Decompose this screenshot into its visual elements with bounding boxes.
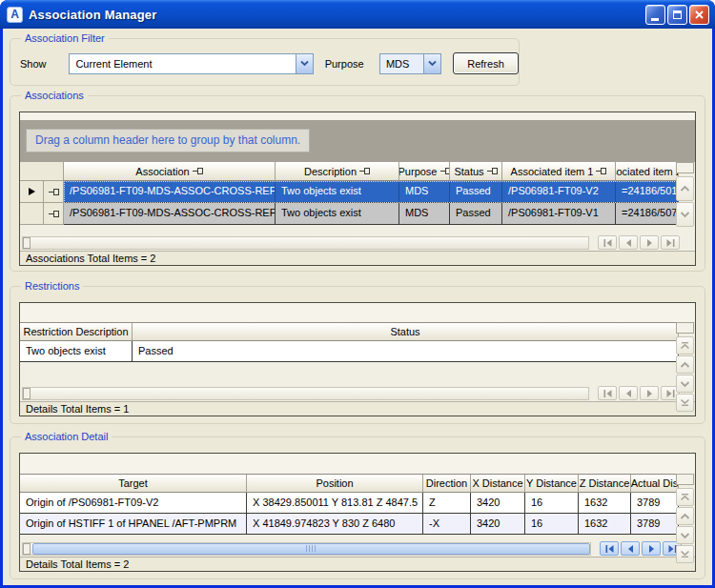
column-header-purpose[interactable]: Purpose: [399, 162, 450, 181]
horizontal-scrollbar[interactable]: [22, 542, 591, 556]
next-record-button[interactable]: [640, 235, 659, 250]
next-record-button[interactable]: [642, 541, 661, 556]
scrollbar-thumb[interactable]: [23, 388, 31, 399]
cell-target[interactable]: Origin of /PS06981-FT09-V2: [20, 493, 247, 514]
pin-icon: [49, 211, 59, 217]
vertical-scrollbar[interactable]: [676, 474, 694, 563]
column-header-description[interactable]: Description: [276, 162, 399, 181]
column-header-association[interactable]: Association: [64, 162, 276, 181]
column-header-position[interactable]: Position: [247, 475, 423, 493]
scrollbar-left-box[interactable]: [23, 543, 31, 555]
maximize-button[interactable]: [667, 5, 687, 25]
chevron-down-icon: [300, 60, 309, 67]
cell-x-distance[interactable]: 3420: [471, 514, 525, 535]
cell-status[interactable]: Passed: [450, 203, 502, 225]
pin-icon[interactable]: [440, 168, 451, 174]
cell-associated-item-2[interactable]: =24186/5072: [616, 203, 679, 225]
scroll-up-button[interactable]: [676, 176, 694, 201]
column-header-target[interactable]: Target: [20, 475, 247, 493]
column-header-status[interactable]: Status: [133, 323, 679, 341]
cell-status[interactable]: Passed: [133, 341, 679, 362]
column-header-direction[interactable]: Direction: [423, 475, 471, 493]
cell-purpose[interactable]: MDS: [399, 203, 450, 225]
scroll-to-top-button[interactable]: [676, 336, 694, 355]
column-header-status[interactable]: Status: [450, 162, 502, 181]
cell-description[interactable]: Two objects exist: [276, 203, 399, 225]
scroll-down-button[interactable]: [676, 526, 694, 544]
cell-restriction-description[interactable]: Two objects exist: [20, 341, 133, 362]
column-header-restriction-description[interactable]: Restriction Description: [20, 323, 133, 341]
scrollbar-thumb[interactable]: [23, 237, 31, 249]
table-row[interactable]: Two objects exist Passed: [20, 341, 679, 362]
pin-icon[interactable]: [193, 168, 203, 174]
vertical-scrollbar[interactable]: [676, 162, 694, 227]
column-header-x-distance[interactable]: X Distance: [471, 475, 525, 493]
record-navigator: [598, 386, 680, 400]
cell-z-distance[interactable]: 1632: [579, 514, 631, 535]
cell-associated-item-2[interactable]: =24186/5018: [616, 181, 679, 203]
vertical-scrollbar[interactable]: [676, 322, 694, 412]
cell-direction[interactable]: -X: [423, 514, 471, 535]
scrollbar-thumb[interactable]: [32, 543, 590, 555]
purpose-combobox[interactable]: MDS: [379, 53, 441, 74]
scroll-to-bottom-button[interactable]: [676, 394, 694, 412]
pin-icon[interactable]: [596, 168, 606, 174]
next-record-button[interactable]: [640, 386, 659, 400]
previous-record-button[interactable]: [619, 386, 638, 400]
column-header-z-distance[interactable]: Z Distance: [579, 475, 631, 493]
column-header-actual-distance[interactable]: Actual Dis: [631, 475, 679, 493]
scroll-to-top-button[interactable]: [676, 488, 694, 506]
record-navigator: [598, 235, 680, 250]
table-row[interactable]: Origin of /PS06981-FT09-V2 X 38429.85001…: [20, 493, 679, 514]
cell-status[interactable]: Passed: [450, 181, 502, 203]
cell-x-distance[interactable]: 3420: [471, 493, 525, 514]
first-record-button[interactable]: [600, 541, 619, 556]
cell-target[interactable]: Origin of HSTIFF 1 of HPANEL /AFT-PMPRM: [20, 514, 247, 535]
cell-associated-item-1[interactable]: /PS06981-FT09-V1: [502, 203, 616, 225]
cell-actual-distance[interactable]: 3789: [631, 493, 679, 514]
cell-actual-distance[interactable]: 3789: [631, 514, 679, 535]
pin-icon[interactable]: [359, 168, 370, 174]
previous-record-button[interactable]: [621, 541, 640, 556]
scroll-up-button[interactable]: [676, 355, 694, 374]
horizontal-scrollbar[interactable]: [22, 236, 589, 250]
column-header-associated-item-1[interactable]: Associated item 1: [502, 162, 616, 181]
first-record-button[interactable]: [598, 235, 617, 250]
table-row[interactable]: /PS06981-FT09-MDS-ASSOC-CROSS-REF-1 Two …: [20, 181, 679, 203]
cell-associated-item-1[interactable]: /PS06981-FT09-V2: [502, 181, 616, 203]
cell-association[interactable]: /PS06981-FT09-MDS-ASSOC-CROSS-REF-1: [64, 181, 276, 203]
title-bar[interactable]: A Association Manager: [0, 0, 715, 29]
scroll-down-button[interactable]: [676, 202, 694, 227]
cell-y-distance[interactable]: 16: [525, 493, 579, 514]
pin-icon[interactable]: [487, 168, 498, 174]
show-combobox-dropdown-button[interactable]: [296, 54, 313, 73]
minimize-button[interactable]: [645, 5, 665, 25]
scroll-up-button[interactable]: [676, 507, 694, 525]
close-icon: [694, 10, 705, 20]
cell-purpose[interactable]: MDS: [399, 181, 450, 203]
close-button[interactable]: [689, 5, 709, 25]
cell-y-distance[interactable]: 16: [525, 514, 579, 535]
scroll-to-bottom-button[interactable]: [676, 545, 694, 563]
horizontal-scrollbar[interactable]: [22, 387, 589, 400]
column-header-associated-item-2[interactable]: Associated item 2: [616, 162, 679, 181]
table-row[interactable]: Origin of HSTIFF 1 of HPANEL /AFT-PMPRM …: [20, 514, 679, 535]
table-row[interactable]: /PS06981-FT09-MDS-ASSOC-CROSS-REF-2 Two …: [20, 203, 679, 225]
row-pin-cell[interactable]: [44, 203, 64, 225]
cell-description[interactable]: Two objects exist: [276, 181, 399, 203]
column-header-label: Y Distance: [526, 477, 577, 489]
cell-direction[interactable]: Z: [423, 493, 471, 514]
purpose-combobox-dropdown-button[interactable]: [423, 54, 440, 73]
cell-position[interactable]: X 38429.850011 Y 813.81 Z 4847.5: [247, 493, 423, 514]
column-header-y-distance[interactable]: Y Distance: [525, 475, 579, 493]
previous-record-button[interactable]: [619, 235, 638, 250]
refresh-button[interactable]: Refresh: [453, 52, 519, 74]
row-pin-cell[interactable]: [44, 181, 64, 203]
first-record-button[interactable]: [598, 386, 617, 400]
cell-z-distance[interactable]: 1632: [579, 493, 631, 514]
show-combobox[interactable]: Current Element: [69, 53, 313, 74]
cell-association[interactable]: /PS06981-FT09-MDS-ASSOC-CROSS-REF-2: [64, 203, 276, 225]
scroll-down-button[interactable]: [676, 375, 694, 393]
cell-position[interactable]: X 41849.974823 Y 830 Z 6480: [247, 514, 423, 535]
last-record-button[interactable]: [661, 235, 680, 250]
